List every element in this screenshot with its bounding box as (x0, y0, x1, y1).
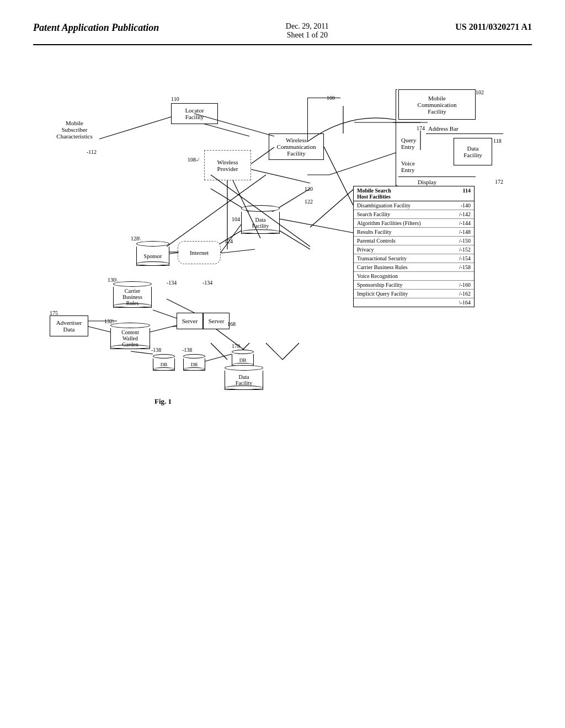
svg-line-8 (310, 189, 354, 227)
sheet-info: Sheet 1 of 20 (286, 31, 329, 40)
ref-118: 118 (493, 138, 502, 144)
list-item-last: \-164 (354, 298, 474, 307)
voice-recognition-label: Voice Recognition (357, 273, 398, 279)
address-bar-line (426, 133, 503, 134)
search-facility-label: Search Facility (357, 211, 390, 217)
parental-label: Parental Controls (357, 238, 396, 244)
mobile-comm-bracket (396, 89, 397, 186)
ref-152: /-152 (459, 247, 471, 253)
ref-148: /-148 (459, 229, 471, 235)
svg-line-27 (280, 219, 353, 233)
ref-140: -140 (461, 202, 471, 208)
ref-104: 104 (232, 216, 240, 222)
list-item-search: Search Facility /-142 (354, 210, 474, 219)
transactional-label: Transactional Security (357, 255, 407, 261)
ref-100-vert (307, 98, 308, 142)
ref-120: 120 (305, 186, 313, 192)
display-label: Display (418, 179, 436, 185)
ref-138b: -138 (182, 347, 192, 353)
list-item-privacy: Privacy /-152 (354, 245, 474, 254)
db1: DB (153, 354, 175, 371)
ref-164: \-164 (459, 299, 471, 306)
mobile-comm-label: MobileCommunicationFacility (418, 95, 457, 115)
pub-date: Dec. 29, 2011 (286, 22, 329, 31)
ref-114: 114 (463, 188, 471, 200)
ref-154: /-154 (459, 255, 471, 261)
figure-label: Fig. 1 (154, 397, 172, 406)
ref-142: /-142 (459, 211, 471, 217)
wireless-provider: WirelessProvider (204, 150, 251, 180)
locator-facility: LocatorFacility (171, 103, 218, 124)
advertiser-data: AdvertiserData (50, 315, 88, 336)
list-item-disambiguation: Disambiguation Facility -140 (354, 201, 474, 210)
list-item-carrier-rules: Carrier Business Rules /-158 (354, 263, 474, 272)
disambiguation-label: Disambiguation Facility (357, 202, 411, 208)
ref-112: -112 (87, 149, 97, 155)
sponsorship-label: Sponsorship Facility (357, 282, 403, 288)
sponsor: Sponsor (136, 241, 169, 266)
list-item-sponsorship: Sponsorship Facility /-160 (354, 281, 474, 290)
implicit-query-label: Implicit Query Facility (357, 291, 408, 297)
svg-line-28 (153, 310, 177, 318)
list-item-algorithm: Algorithm Facilities (Filters) /-144 (354, 219, 474, 228)
mobile-comm-facility: MobileCommunicationFacility (398, 89, 476, 120)
display-line (398, 176, 476, 177)
ref-122: 122 (305, 199, 313, 205)
list-item-results: Results Facility /-148 (354, 228, 474, 237)
db2: DB (183, 354, 205, 371)
carrier-business-rules: CarrierBusinessRules (113, 281, 152, 308)
svg-line-36 (329, 153, 396, 175)
carrier-rules-label: Carrier Business Rules (357, 264, 408, 270)
svg-line-31 (131, 351, 153, 354)
locator-label: LocatorFacility (185, 107, 204, 120)
header-center: Dec. 29, 2011 Sheet 1 of 20 (286, 22, 329, 40)
results-label: Results Facility (357, 229, 392, 235)
patent-page: Patent Application Publication Dec. 29, … (0, 0, 565, 728)
wireless-provider-label: WirelessProvider (217, 159, 238, 172)
list-item-implicit-query: Implicit Query Facility /-162 (354, 290, 474, 298)
ref-134a: -134 (167, 280, 177, 286)
list-item-parental: Parental Controls /-150 (354, 237, 474, 245)
ref-100-line (307, 98, 340, 98)
list-item-voice-recognition: Voice Recognition (354, 272, 474, 281)
svg-line-15 (266, 343, 282, 360)
server1-label: Server (182, 318, 198, 324)
internet: Internet (178, 241, 221, 264)
svg-line-32 (205, 354, 232, 361)
data-facility-bottom: DataFacility (225, 365, 263, 390)
svg-line-16 (282, 343, 299, 360)
data-facility-right: DataFacility (454, 138, 492, 165)
voice-entry-label: VoiceEntry (401, 160, 415, 173)
ref-138a: -138 (151, 347, 161, 353)
svg-line-26 (324, 147, 353, 205)
ref-102: 102 (476, 89, 484, 95)
algorithm-label: Algorithm Facilities (Filters) (357, 220, 421, 226)
page-header: Patent Application Publication Dec. 29, … (33, 22, 532, 45)
server2: Server (203, 313, 230, 329)
privacy-label: Privacy (357, 247, 374, 253)
data-facility-right-label: DataFacility (463, 145, 482, 158)
search-host-facilities: Mobile SearchHost Facilities 114 Disambi… (353, 186, 475, 307)
ref-158: /-158 (459, 264, 471, 270)
wireless-comm-facility: WirelessCommunicationFacility (269, 133, 324, 160)
ref-110: 110 (171, 96, 179, 102)
wireless-comm-label: WirelessCommunicationFacility (277, 137, 316, 157)
ref-108: 108-/ (188, 157, 199, 163)
svg-line-29 (150, 325, 177, 332)
server2-label: Server (209, 318, 225, 324)
patent-number: US 2011/0320271 A1 (455, 22, 532, 32)
db3: DB (232, 350, 254, 366)
server1: Server (177, 313, 203, 329)
mobile-subscriber-label: MobileSubscriberCharacteristics (50, 120, 99, 140)
ref-144: /-144 (459, 220, 471, 226)
advertiser-data-label: AdvertiserData (56, 319, 82, 333)
search-host-title: Mobile SearchHost Facilities (357, 188, 391, 200)
query-entry-label: QueryEntry (401, 137, 417, 150)
svg-line-25 (99, 117, 171, 139)
ref-134b: -134 (202, 280, 212, 286)
publication-title: Patent Application Publication (33, 22, 159, 34)
search-host-header: Mobile SearchHost Facilities 114 (354, 186, 474, 201)
figure-1-diagram: 100 MobileCommunicationFacility 102 Addr… (34, 78, 531, 453)
svg-line-30 (88, 326, 110, 332)
internet-label: Internet (190, 249, 209, 256)
